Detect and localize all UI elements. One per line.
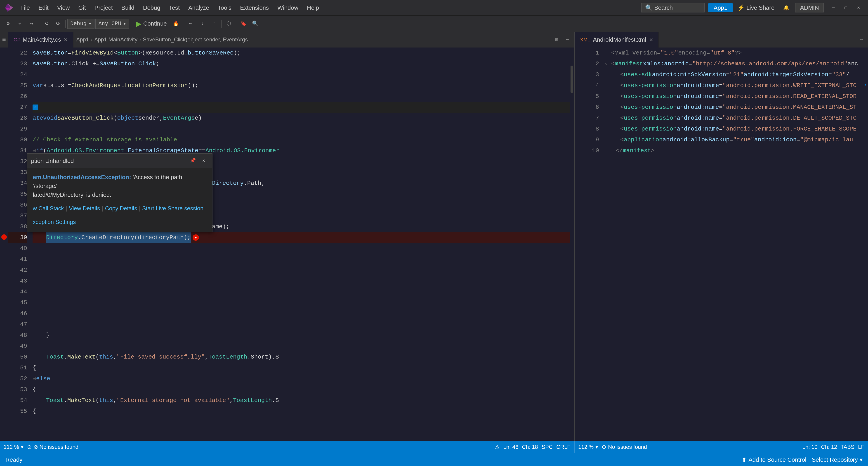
right-scrollbar[interactable] — [864, 48, 868, 441]
status-zoom-right[interactable]: 112 % ▾ — [578, 444, 598, 450]
exception-settings-link[interactable]: xception Settings — [33, 216, 207, 227]
status-warn-icon: ⚠ — [495, 444, 500, 450]
status-warnings-left[interactable]: ⚠ — [495, 444, 500, 450]
admin-button[interactable]: ADMIN — [795, 3, 824, 12]
right-scrollbar-thumb[interactable] — [865, 84, 866, 86]
status-ch-right[interactable]: Ch: 12 — [821, 444, 837, 450]
exc-link-callstack[interactable]: w Call Stack — [33, 203, 64, 214]
right-tabs-bar: XML AndroidManifest.xml ✕ ⋯ — [575, 32, 868, 48]
continue-button[interactable]: ▶ Continue — [133, 19, 169, 29]
menu-test[interactable]: Test — [165, 3, 184, 13]
minimize-button[interactable]: — — [827, 3, 839, 13]
breakpoints-button[interactable]: ⬡ — [223, 18, 234, 29]
step-out-button[interactable]: ↑ — [209, 18, 219, 29]
cpu-dropdown[interactable]: Any CPU ▾ — [95, 19, 129, 29]
status-spc-left[interactable]: SPC — [541, 444, 553, 450]
menu-view[interactable]: View — [53, 3, 74, 13]
maximize-button[interactable]: ❐ — [840, 3, 852, 13]
cpu-label: Any CPU — [98, 21, 121, 27]
menu-debug[interactable]: Debug — [139, 3, 164, 13]
debug-dropdown[interactable]: Debug ▾ — [67, 19, 94, 29]
close-button[interactable]: ✕ — [852, 3, 864, 13]
exc-link-liveshare[interactable]: Start Live Share session — [142, 203, 204, 214]
select-repository-button[interactable]: Select Repository ▾ — [812, 456, 863, 463]
tab-manifest-close[interactable]: ✕ — [649, 37, 653, 43]
tab-androidmanifest[interactable]: XML AndroidManifest.xml ✕ — [575, 32, 659, 48]
left-scrollbar-thumb[interactable] — [570, 66, 573, 93]
menu-edit[interactable]: Edit — [34, 3, 53, 13]
status-ln-right[interactable]: Ln: 10 — [802, 444, 817, 450]
code-line-39: Directory.CreateDirectory(directoryPath)… — [33, 232, 569, 243]
stop-button[interactable]: 🔥 — [170, 18, 181, 29]
bookmark-button[interactable]: 🔖 — [238, 18, 249, 29]
code-line-24 — [33, 69, 569, 80]
right-status-right-group: Ln: 10 Ch: 12 TABS LF — [802, 444, 864, 450]
open-button[interactable]: ↩ — [14, 18, 25, 29]
exception-message: em.UnauthorizedAccessException: 'Access … — [33, 173, 207, 199]
right-line-2: <manifest xmlns:android="http://schemas.… — [611, 58, 864, 69]
breadcrumb-dropdown-1[interactable]: App1 — [76, 36, 89, 43]
tab-mainactivity-label: MainActivity.cs — [23, 36, 61, 43]
redo-button[interactable]: ⟳ — [53, 18, 64, 29]
status-lf-right[interactable]: LF — [858, 444, 864, 450]
undo-button[interactable]: ⟲ — [41, 18, 52, 29]
add-source-label: Add to Source Control — [748, 456, 806, 463]
toolbar-sep-6 — [236, 20, 236, 28]
tab-mainactivity-close[interactable]: ✕ — [64, 37, 68, 43]
add-source-icon: ⬆ — [742, 456, 747, 463]
code-line-50: Toast.MakeText(this, "File saved success… — [33, 352, 569, 362]
menu-extensions[interactable]: Extensions — [236, 3, 273, 13]
status-crlf-label: CRLF — [556, 444, 570, 450]
left-scrollbar[interactable] — [569, 48, 574, 441]
save-button[interactable]: ↪ — [26, 18, 37, 29]
right-code-content[interactable]: 12345 678910 ▷ <?xml version="1.0" encod… — [575, 48, 868, 441]
step-into-button[interactable]: ↓ — [197, 18, 208, 29]
breadcrumb-dropdown-2[interactable]: App1.MainActivity — [94, 36, 137, 43]
exception-type: em.UnauthorizedAccessException: — [33, 174, 131, 180]
split-editor-button[interactable]: ⊞ — [552, 35, 561, 45]
exc-link-viewdetails[interactable]: View Details — [69, 203, 100, 214]
menu-build[interactable]: Build — [117, 3, 138, 13]
exception-close-button[interactable]: ✕ — [199, 157, 209, 165]
right-status-bar: 112 % ▾ ⊙ No issues found Ln: 10 Ch: 12 … — [574, 441, 868, 453]
menu-help[interactable]: Help — [303, 3, 323, 13]
status-zoom-left[interactable]: 112 % ▾ — [4, 444, 24, 450]
step-over-button[interactable]: ↷ — [185, 18, 196, 29]
more-actions-button[interactable]: ⋯ — [562, 35, 572, 45]
find-button[interactable]: 🔍 — [250, 18, 260, 29]
add-source-control-button[interactable]: ⬆ Add to Source Control — [742, 456, 806, 463]
menu-analyze[interactable]: Analyze — [184, 3, 213, 13]
code-lines-left[interactable]: saveButton = FindViewById<Button>(Resour… — [31, 48, 569, 441]
status-ln-label: Ln: 46 — [503, 444, 519, 450]
code-lines-right[interactable]: <?xml version="1.0" encoding="utf-8"?> <… — [610, 48, 864, 441]
notifications-button[interactable]: 🔔 — [781, 2, 792, 13]
left-code-content[interactable]: 2223242526 2728293031 3233343536 373839 … — [0, 48, 574, 441]
right-line-3: <uses-sdk android:minSdkVersion="21" and… — [611, 69, 864, 80]
search-box[interactable]: 🔍 Search — [641, 3, 705, 12]
exc-link-copydetails[interactable]: Copy Details — [105, 203, 137, 214]
add-tab-button[interactable]: ≡ — [0, 32, 8, 48]
right-more-button[interactable]: ⋯ — [856, 35, 866, 45]
live-share-label: Live Share — [746, 4, 774, 11]
live-share-button[interactable]: ⚡ Live Share — [735, 3, 777, 12]
menu-tools[interactable]: Tools — [214, 3, 236, 13]
breadcrumb-dropdown-3[interactable]: SaveButton_Click(object sender, EventArg… — [143, 36, 248, 43]
status-ready[interactable]: Ready — [5, 456, 22, 463]
new-file-button[interactable]: ⚙ — [3, 18, 13, 29]
exception-pin-button[interactable]: 📌 — [188, 157, 198, 165]
status-ln-left[interactable]: Ln: 46 — [503, 444, 519, 450]
status-issues-left[interactable]: ⊙ ⊘ No issues found — [27, 444, 79, 450]
menu-file[interactable]: File — [16, 3, 34, 13]
status-tabs-right[interactable]: TABS — [841, 444, 855, 450]
code-line-51: { — [33, 362, 569, 373]
status-ch-left[interactable]: Ch: 18 — [522, 444, 538, 450]
exception-body: em.UnauthorizedAccessException: 'Access … — [31, 168, 212, 232]
toolbar-sep-2 — [65, 20, 66, 28]
tab-mainactivity[interactable]: C# MainActivity.cs ✕ — [8, 32, 73, 48]
menu-window[interactable]: Window — [273, 3, 302, 13]
menu-project[interactable]: Project — [90, 3, 117, 13]
menu-git[interactable]: Git — [74, 3, 90, 13]
status-issues-right[interactable]: ⊙ No issues found — [602, 444, 647, 450]
debug-chevron-icon: ▾ — [88, 20, 92, 27]
status-crlf-left[interactable]: CRLF — [556, 444, 570, 450]
